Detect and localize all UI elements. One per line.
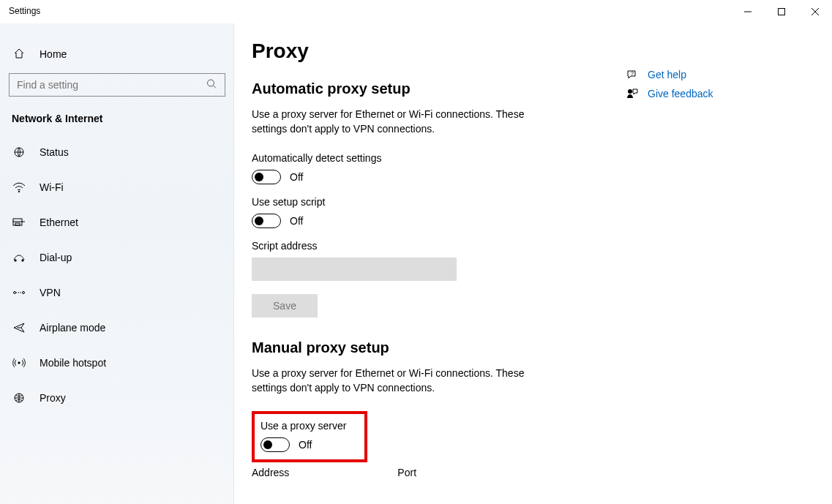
manual-proxy-desc: Use a proxy server for Ethernet or Wi-Fi… bbox=[252, 366, 559, 395]
close-button[interactable] bbox=[798, 0, 832, 23]
feedback-icon bbox=[626, 88, 639, 99]
svg-point-11 bbox=[15, 260, 16, 261]
sidebar-home[interactable]: Home bbox=[0, 40, 234, 69]
sidebar-item-wifi[interactable]: Wi-Fi bbox=[0, 170, 234, 205]
auto-detect-toggle[interactable] bbox=[252, 170, 281, 184]
minimize-button[interactable] bbox=[731, 0, 765, 23]
help-icon: ? bbox=[626, 69, 639, 80]
svg-text:?: ? bbox=[631, 71, 634, 76]
home-icon bbox=[12, 48, 26, 61]
main-content: Proxy Automatic proxy setup Use a proxy … bbox=[234, 23, 832, 504]
address-label: Address bbox=[252, 467, 289, 478]
give-feedback-text[interactable]: Give feedback bbox=[648, 88, 713, 99]
dialup-icon bbox=[12, 252, 26, 263]
sidebar-item-dialup[interactable]: Dial-up bbox=[0, 240, 234, 275]
svg-point-13 bbox=[14, 292, 16, 294]
auto-detect-label: Automatically detect settings bbox=[252, 152, 803, 164]
sidebar-item-label: VPN bbox=[40, 287, 61, 298]
home-label: Home bbox=[40, 48, 67, 60]
wifi-icon bbox=[12, 182, 26, 192]
auto-proxy-desc: Use a proxy server for Ethernet or Wi-Fi… bbox=[252, 108, 559, 136]
sidebar-item-vpn[interactable]: VPN bbox=[0, 275, 234, 310]
use-proxy-label: Use a proxy server bbox=[261, 420, 359, 432]
script-address-input[interactable] bbox=[252, 257, 457, 281]
auto-detect-state: Off bbox=[290, 171, 303, 183]
sidebar-item-label: Proxy bbox=[40, 392, 66, 404]
svg-rect-1 bbox=[779, 9, 785, 15]
sidebar-item-ethernet[interactable]: Ethernet bbox=[0, 205, 234, 240]
sidebar-item-label: Wi-Fi bbox=[40, 181, 64, 193]
save-button[interactable]: Save bbox=[252, 294, 318, 317]
get-help-text[interactable]: Get help bbox=[648, 69, 686, 80]
use-proxy-toggle[interactable] bbox=[261, 437, 290, 452]
sidebar-item-airplane[interactable]: Airplane mode bbox=[0, 310, 234, 345]
svg-point-19 bbox=[628, 89, 632, 94]
ethernet-icon bbox=[12, 217, 26, 227]
sidebar: Home Network & Internet Status Wi-Fi bbox=[0, 23, 234, 504]
sidebar-item-label: Ethernet bbox=[40, 217, 78, 228]
svg-rect-9 bbox=[15, 223, 20, 225]
maximize-button[interactable] bbox=[765, 0, 798, 23]
use-script-toggle[interactable] bbox=[252, 214, 281, 228]
airplane-icon bbox=[12, 322, 26, 334]
annotation-highlight: Use a proxy server Off bbox=[252, 411, 367, 462]
sidebar-item-proxy[interactable]: Proxy bbox=[0, 380, 234, 415]
manual-proxy-heading: Manual proxy setup bbox=[252, 339, 803, 356]
sidebar-item-label: Airplane mode bbox=[40, 322, 105, 334]
vpn-icon bbox=[12, 287, 26, 298]
sidebar-item-label: Status bbox=[40, 146, 69, 158]
get-help-link[interactable]: ? Get help bbox=[626, 69, 772, 80]
window-controls bbox=[731, 0, 832, 23]
sidebar-item-hotspot[interactable]: Mobile hotspot bbox=[0, 345, 234, 380]
svg-point-7 bbox=[18, 191, 20, 192]
use-script-label: Use setup script bbox=[252, 196, 803, 208]
give-feedback-link[interactable]: Give feedback bbox=[626, 88, 772, 99]
hotspot-icon bbox=[12, 357, 26, 369]
sidebar-item-label: Mobile hotspot bbox=[40, 357, 106, 369]
port-label: Port bbox=[397, 467, 416, 478]
svg-point-14 bbox=[23, 292, 25, 294]
status-icon bbox=[12, 147, 26, 157]
proxy-icon bbox=[12, 393, 26, 403]
use-proxy-state: Off bbox=[299, 439, 312, 451]
sidebar-item-status[interactable]: Status bbox=[0, 135, 234, 170]
svg-point-16 bbox=[18, 362, 20, 364]
search-input[interactable] bbox=[9, 73, 225, 97]
svg-point-12 bbox=[22, 260, 23, 261]
help-column: ? Get help Give feedback bbox=[626, 69, 772, 107]
page-title: Proxy bbox=[252, 40, 803, 63]
sidebar-item-label: Dial-up bbox=[40, 252, 72, 263]
window-title: Settings bbox=[9, 0, 40, 16]
script-address-label: Script address bbox=[252, 240, 803, 252]
sidebar-category: Network & Internet bbox=[0, 108, 234, 135]
search-box[interactable] bbox=[9, 73, 225, 97]
use-script-state: Off bbox=[290, 215, 303, 227]
titlebar: Settings bbox=[0, 0, 832, 23]
